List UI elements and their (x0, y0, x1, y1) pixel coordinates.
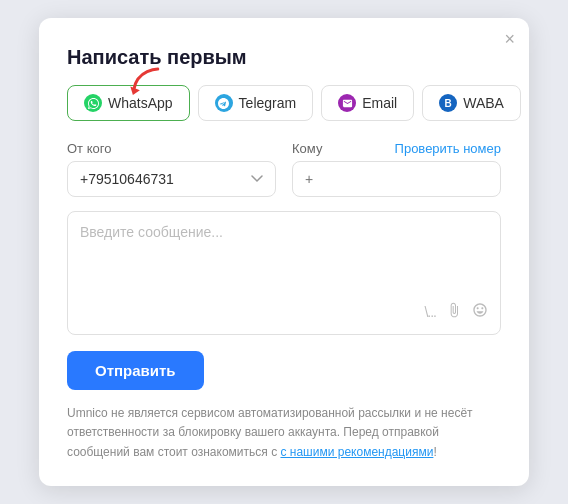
to-input[interactable] (292, 161, 501, 197)
tab-waba-label: WABA (463, 95, 504, 111)
verify-link[interactable]: Проверить номер (395, 141, 501, 156)
email-icon (338, 94, 356, 112)
cursor-icon[interactable]: \... (424, 304, 436, 320)
from-group: От кого +79510646731 (67, 141, 276, 197)
disclaimer-link[interactable]: с нашими рекомендациями (280, 445, 433, 459)
tab-telegram-label: Telegram (239, 95, 297, 111)
tab-waba[interactable]: B WABA (422, 85, 521, 121)
telegram-icon (215, 94, 233, 112)
from-select[interactable]: +79510646731 (67, 161, 276, 197)
tab-email[interactable]: Email (321, 85, 414, 121)
emoji-icon[interactable] (472, 302, 488, 322)
whatsapp-icon (84, 94, 102, 112)
close-button[interactable]: × (504, 30, 515, 48)
tab-telegram[interactable]: Telegram (198, 85, 314, 121)
message-textarea[interactable] (80, 224, 488, 294)
tab-email-label: Email (362, 95, 397, 111)
modal-container: × Написать первым WhatsApp Telegram Emai… (39, 18, 529, 486)
form-row: От кого +79510646731 Кому Проверить номе… (67, 141, 501, 197)
attach-icon[interactable] (446, 302, 462, 322)
disclaimer-text: Umnico не является сервисом автоматизиро… (67, 404, 501, 462)
tabs-container: WhatsApp Telegram Email B WABA (67, 85, 501, 121)
message-area: Введите сообщение... \... (67, 211, 501, 335)
send-button[interactable]: Отправить (67, 351, 204, 390)
arrow-indicator (124, 60, 167, 108)
svg-marker-0 (129, 87, 140, 97)
to-label: Кому (292, 141, 322, 156)
message-toolbar: \... (80, 298, 488, 322)
waba-icon: B (439, 94, 457, 112)
to-group: Кому Проверить номер (292, 141, 501, 197)
from-label: От кого (67, 141, 276, 156)
